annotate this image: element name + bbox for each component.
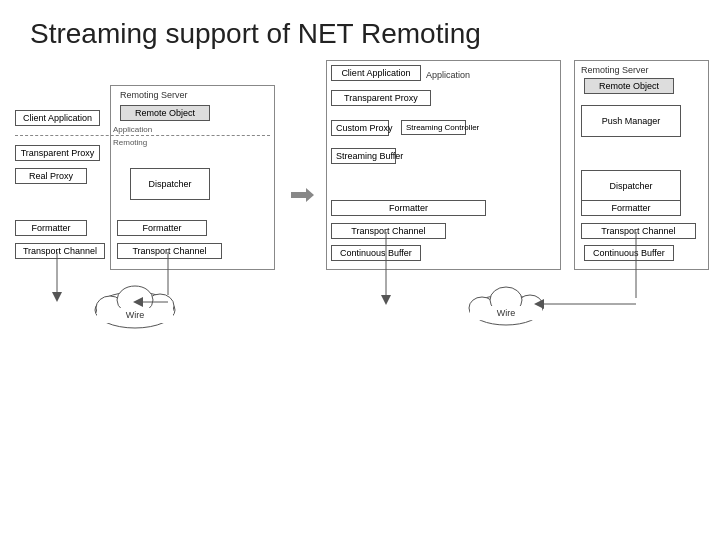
svg-marker-10: [133, 297, 143, 307]
svg-marker-7: [52, 292, 62, 302]
diagram-left: Client Application Remoting Server Remot…: [10, 60, 276, 390]
svg-marker-11: [291, 188, 314, 202]
diagram-right: Client Application Application Remoting …: [326, 60, 710, 390]
svg-marker-22: [534, 299, 544, 309]
diagram-arrow: [286, 180, 316, 210]
svg-marker-19: [381, 295, 391, 305]
d1-connectors: [10, 60, 280, 390]
d2-connectors: [326, 60, 716, 390]
diagrams-container: Client Application Remoting Server Remot…: [0, 60, 720, 390]
page-title: Streaming support of NET Remoting: [0, 0, 720, 60]
